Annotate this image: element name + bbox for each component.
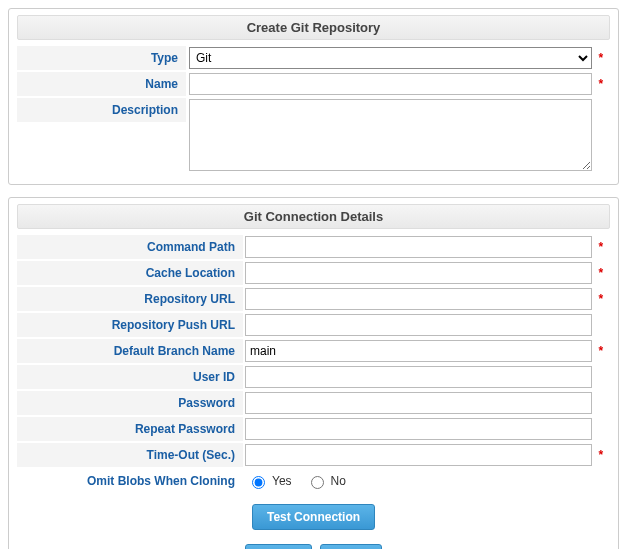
row-name: Name *	[17, 72, 610, 96]
type-select[interactable]: Git	[189, 47, 592, 69]
repeat-password-input[interactable]	[245, 418, 592, 440]
test-connection-button[interactable]: Test Connection	[252, 504, 375, 530]
timeout-label: Time-Out (Sec.)	[17, 443, 243, 467]
omit-blobs-label: Omit Blobs When Cloning	[17, 469, 243, 493]
type-label: Type	[17, 46, 187, 70]
required-marker: *	[598, 240, 608, 254]
cache-location-label: Cache Location	[17, 261, 243, 285]
password-input[interactable]	[245, 392, 592, 414]
reset-button[interactable]: Reset	[320, 544, 383, 549]
user-id-input[interactable]	[245, 366, 592, 388]
description-textarea[interactable]	[189, 99, 592, 171]
panel-title: Create Git Repository	[17, 15, 610, 40]
required-marker: *	[598, 77, 608, 91]
row-description: Description	[17, 98, 610, 172]
repository-url-label: Repository URL	[17, 287, 243, 311]
repository-url-input[interactable]	[245, 288, 592, 310]
omit-blobs-yes-radio[interactable]	[252, 476, 265, 489]
create-button[interactable]: Create	[245, 544, 312, 549]
panel-title: Git Connection Details	[17, 204, 610, 229]
name-input[interactable]	[189, 73, 592, 95]
git-connection-details-panel: Git Connection Details Command Path * Ca…	[8, 197, 619, 549]
password-label: Password	[17, 391, 243, 415]
timeout-input[interactable]	[245, 444, 592, 466]
command-path-input[interactable]	[245, 236, 592, 258]
omit-blobs-no-radio[interactable]	[311, 476, 324, 489]
create-git-repository-panel: Create Git Repository Type Git * Name * …	[8, 8, 619, 185]
button-row: Create Reset	[17, 541, 610, 549]
omit-blobs-no-label: No	[331, 474, 346, 488]
omit-blobs-radio-group: Yes No	[245, 470, 358, 492]
required-marker: *	[598, 266, 608, 280]
omit-blobs-yes-label: Yes	[272, 474, 292, 488]
command-path-label: Command Path	[17, 235, 243, 259]
required-marker: *	[598, 51, 608, 65]
default-branch-input[interactable]	[245, 340, 592, 362]
user-id-label: User ID	[17, 365, 243, 389]
row-type: Type Git *	[17, 46, 610, 70]
default-branch-label: Default Branch Name	[17, 339, 243, 363]
required-marker: *	[598, 292, 608, 306]
button-row: Test Connection	[17, 501, 610, 533]
required-marker: *	[598, 344, 608, 358]
name-label: Name	[17, 72, 187, 96]
required-marker: *	[598, 448, 608, 462]
description-label: Description	[17, 98, 187, 122]
repository-push-url-label: Repository Push URL	[17, 313, 243, 337]
repository-push-url-input[interactable]	[245, 314, 592, 336]
repeat-password-label: Repeat Password	[17, 417, 243, 441]
cache-location-input[interactable]	[245, 262, 592, 284]
